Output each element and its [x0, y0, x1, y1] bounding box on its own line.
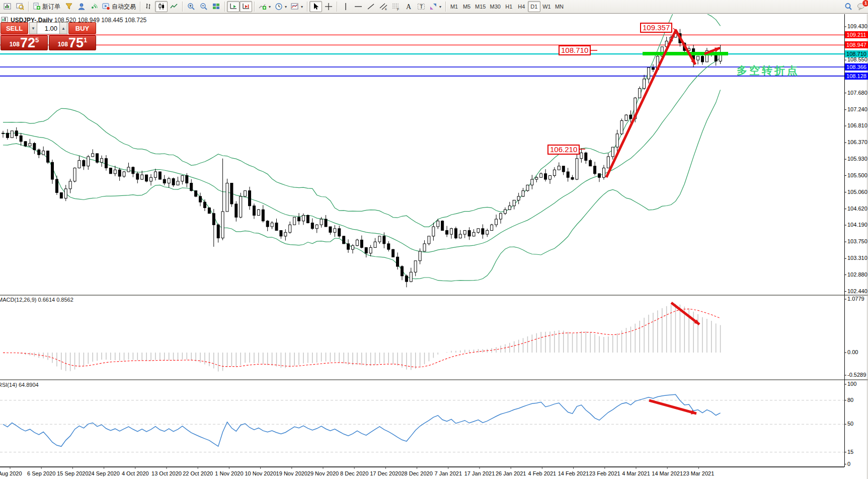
vline-button[interactable]: [339, 1, 352, 12]
candle-body: [360, 240, 363, 247]
ask-price-display[interactable]: 108751: [49, 35, 96, 50]
crosshair-button[interactable]: [322, 1, 335, 12]
trade-panel-prices-row: 108725 108751: [1, 35, 97, 50]
signals-button[interactable]: [88, 1, 100, 12]
new-order-button[interactable]: 新订单: [31, 1, 62, 12]
candle-body: [374, 242, 376, 247]
candle-chart-button[interactable]: [155, 1, 168, 12]
candle-body: [526, 185, 529, 190]
peak-price-label[interactable]: 109.357: [640, 23, 672, 33]
cursor-button[interactable]: [309, 1, 322, 12]
tf-h4-button[interactable]: H4: [515, 1, 528, 12]
tf-w1-button[interactable]: W1: [540, 1, 553, 12]
search-button[interactable]: [842, 1, 854, 12]
line-icon: [170, 3, 178, 11]
arrows-button[interactable]: ▾: [427, 1, 443, 12]
candle-body: [629, 115, 632, 119]
svg-text:F: F: [397, 8, 399, 11]
candle-body: [55, 179, 58, 192]
candle-body: [401, 266, 403, 276]
sell-button[interactable]: SELL: [1, 22, 28, 34]
breakout-price-label[interactable]: 106.210: [547, 145, 580, 155]
zoom-out-button[interactable]: [197, 1, 210, 12]
bid-price-display[interactable]: 108725: [1, 35, 48, 50]
tf-m1-button[interactable]: M1: [448, 1, 460, 12]
candle-body: [571, 177, 574, 179]
channel-button[interactable]: E: [377, 1, 389, 12]
candle-body: [482, 229, 484, 234]
volume-increase-button[interactable]: ▲: [59, 22, 67, 34]
text-button[interactable]: A: [402, 1, 415, 12]
candle-body: [410, 272, 412, 282]
price-tick-label: 103.310: [847, 255, 867, 261]
candle-body: [477, 229, 480, 233]
auto-scroll-button[interactable]: [227, 1, 240, 12]
candle-body: [311, 223, 313, 229]
label-button[interactable]: T: [415, 1, 427, 12]
tf-h1-button[interactable]: H1: [503, 1, 515, 12]
autotrading-icon: [102, 3, 110, 11]
pivot-price-label[interactable]: 108.710: [559, 45, 591, 55]
periods-button[interactable]: ▾: [273, 1, 289, 12]
date-tick-label: 14 Feb 2021: [558, 470, 589, 476]
tf-mn-button[interactable]: MN: [553, 1, 566, 12]
candle-body: [383, 236, 385, 244]
tile-windows-button[interactable]: [210, 1, 222, 12]
indicators-button[interactable]: ▾: [257, 1, 273, 12]
volume-spinner: ▼ 1.00 ▲: [29, 22, 67, 34]
candle-body: [69, 181, 71, 189]
volume-decrease-button[interactable]: ▼: [29, 22, 37, 34]
buy-button[interactable]: BUY: [68, 22, 96, 34]
price-badge-109.211: 109.211: [845, 31, 868, 38]
dropdown-caret-icon[interactable]: ▾: [301, 5, 303, 9]
candle-body: [325, 219, 327, 227]
price-tick-label: 103.750: [847, 238, 867, 244]
trendline-button[interactable]: [364, 1, 377, 12]
dropdown-caret-icon[interactable]: ▾: [285, 5, 287, 9]
tf-m15-button[interactable]: M15: [473, 1, 488, 12]
date-tick-label: 19 Nov 2020: [276, 470, 307, 476]
chart-shift-button[interactable]: [240, 1, 252, 12]
experts-button[interactable]: [75, 1, 88, 12]
candle-body: [428, 236, 430, 244]
line-chart-button[interactable]: [168, 1, 180, 12]
zoom-out-icon: [200, 3, 208, 11]
candle-body: [83, 160, 85, 166]
candle-body: [351, 246, 354, 250]
zoom-in-button[interactable]: [185, 1, 197, 12]
date-tick-label: 7 Jan 2021: [435, 470, 462, 476]
date-tick-label: 26 Jan 2021: [496, 470, 526, 476]
bar-chart-button[interactable]: [142, 1, 155, 12]
candle-body: [594, 166, 596, 174]
price-tick-label: 102.440: [847, 288, 867, 294]
dropdown-caret-icon[interactable]: ▾: [439, 5, 441, 9]
metaeditor-button[interactable]: [62, 1, 75, 12]
chart-canvas[interactable]: [0, 14, 868, 479]
templates-button[interactable]: ▾: [289, 1, 305, 12]
candle-body: [504, 210, 506, 214]
candle-body: [378, 236, 381, 242]
candle-body: [454, 229, 457, 238]
candle-body: [589, 160, 592, 166]
candle-body: [347, 244, 350, 249]
chart-window[interactable]: USDJPY-,Daily 108.520 108.949 108.445 10…: [0, 14, 868, 479]
autotrading-button[interactable]: 自动交易: [100, 1, 138, 12]
candle-body: [60, 192, 62, 198]
price-badge-108.710: 108.710: [845, 50, 868, 57]
candle-body: [446, 231, 448, 235]
profiles-button[interactable]: [14, 1, 26, 12]
chart-window-button[interactable]: [1, 1, 14, 12]
volume-input[interactable]: 1.00: [37, 22, 59, 34]
dropdown-caret-icon[interactable]: ▾: [269, 5, 271, 9]
label-icon: T: [417, 3, 425, 11]
notifications-button[interactable]: 1: [854, 1, 867, 12]
candle-body: [123, 172, 125, 176]
hline-button[interactable]: [352, 1, 364, 12]
candle-body: [602, 168, 605, 177]
candle-body: [47, 151, 49, 163]
candle-body: [101, 159, 103, 163]
tf-m5-button[interactable]: M5: [460, 1, 473, 12]
tf-m30-button[interactable]: M30: [488, 1, 502, 12]
tf-d1-button[interactable]: D1: [528, 1, 540, 12]
fibo-button[interactable]: F: [389, 1, 402, 12]
